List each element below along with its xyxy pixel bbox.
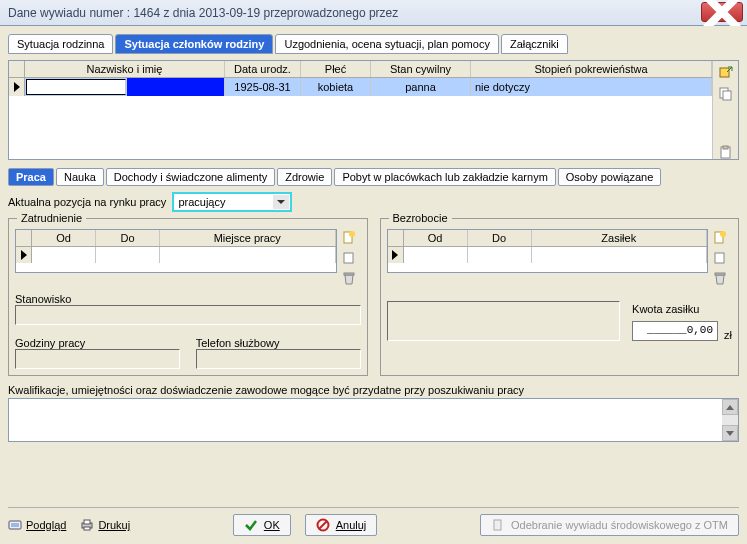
close-button[interactable]	[701, 2, 743, 22]
grid-side-toolbar	[712, 61, 738, 159]
unemployment-fieldset: Bezrobocie Od Do Zasiłek	[380, 218, 740, 376]
scroll-down-icon[interactable]	[722, 425, 738, 441]
svg-point-10	[720, 231, 726, 237]
main-tabs: Sytuacja rodzinna Sytuacja członków rodz…	[8, 34, 739, 54]
cell-kinship: nie dotyczy	[471, 78, 712, 96]
tab-zdrowie[interactable]: Zdrowie	[277, 168, 332, 186]
amount-label: Kwota zasiłku	[632, 303, 732, 315]
preview-icon	[8, 518, 22, 532]
edit-icon[interactable]	[342, 251, 356, 265]
tab-nauka[interactable]: Nauka	[56, 168, 104, 186]
hours-field[interactable]	[15, 349, 180, 369]
emp-side-toolbar	[337, 229, 361, 285]
printer-icon	[80, 518, 94, 532]
grid-row[interactable]: 1925-08-31 kobieta panna nie dotyczy	[9, 78, 712, 96]
qualifications-textarea[interactable]	[8, 398, 739, 442]
col-marital[interactable]: Stan cywilny	[371, 61, 471, 77]
new-icon[interactable]	[342, 231, 356, 245]
svg-point-6	[349, 231, 355, 237]
cancel-label: Anuluj	[336, 519, 367, 531]
position-field[interactable]	[15, 305, 361, 325]
tab-pobyt[interactable]: Pobyt w placówkach lub zakładzie karnym	[334, 168, 555, 186]
svg-rect-7	[344, 253, 353, 263]
col-sex[interactable]: Płeć	[301, 61, 371, 77]
document-icon	[491, 518, 505, 532]
svg-rect-14	[11, 523, 19, 527]
col-name[interactable]: Nazwisko i imię	[25, 61, 225, 77]
unemployment-grid[interactable]: Od Do Zasiłek	[387, 229, 709, 273]
detail-tabs: Praca Nauka Dochody i świadczone aliment…	[8, 168, 739, 186]
tab-uzgodnienia[interactable]: Uzgodnienia, ocena sytuacji, plan pomocy	[275, 34, 498, 54]
amount-field[interactable]: ______0,00	[632, 321, 718, 341]
employment-row: Zatrudnienie Od Do Miejsce pracy	[8, 218, 739, 376]
print-label: Drukuj	[98, 519, 130, 531]
svg-line-19	[319, 521, 327, 529]
phone-field[interactable]	[196, 349, 361, 369]
row-indicator-icon	[388, 247, 404, 263]
scroll-up-icon[interactable]	[722, 399, 738, 415]
unemp-col-do[interactable]: Do	[468, 230, 532, 246]
unemp-side-toolbar	[708, 229, 732, 285]
unemp-col-zasilek[interactable]: Zasiłek	[532, 230, 708, 246]
unemp-col-od[interactable]: Od	[404, 230, 468, 246]
tab-dochody[interactable]: Dochody i świadczone alimenty	[106, 168, 275, 186]
preview-button[interactable]: Podgląd	[8, 518, 66, 532]
family-grid: Nazwisko i imię Data urodz. Płeć Stan cy…	[8, 60, 739, 160]
tab-sytuacja-czlonkow[interactable]: Sytuacja członków rodziny	[115, 34, 273, 54]
labor-label: Aktualna pozycja na rynku pracy	[8, 196, 166, 208]
qualifications-label: Kwalifikacje, umiejętności oraz doświadc…	[8, 384, 739, 396]
check-icon	[244, 518, 258, 532]
emp-col-miejsce[interactable]: Miejsce pracy	[160, 230, 336, 246]
cancel-button[interactable]: Anuluj	[305, 514, 378, 536]
qualifications-block: Kwalifikacje, umiejętności oraz doświadc…	[8, 384, 739, 442]
client-area: Sytuacja rodzinna Sytuacja członków rodz…	[0, 26, 747, 544]
cell-sex: kobieta	[301, 78, 371, 96]
cell-name-highlight	[127, 78, 225, 96]
unemployment-legend: Bezrobocie	[389, 212, 452, 224]
receive-label: Odebranie wywiadu środowiskowego z OTM	[511, 519, 728, 531]
export-icon[interactable]	[719, 65, 733, 79]
row-indicator-icon	[9, 78, 25, 96]
position-label: Stanowisko	[15, 293, 361, 305]
svg-rect-2	[723, 91, 731, 100]
no-entry-icon	[316, 518, 330, 532]
ok-button[interactable]: OK	[233, 514, 291, 536]
svg-rect-4	[723, 146, 728, 149]
tab-sytuacja-rodzinna[interactable]: Sytuacja rodzinna	[8, 34, 113, 54]
print-button[interactable]: Drukuj	[80, 518, 130, 532]
svg-rect-16	[84, 520, 90, 524]
bottom-bar: Podgląd Drukuj OK Anuluj Odebranie wywia…	[8, 507, 739, 536]
copy-icon[interactable]	[719, 87, 733, 101]
trash-icon[interactable]	[342, 271, 356, 285]
emp-col-od[interactable]: Od	[32, 230, 96, 246]
labor-value: pracujący	[178, 196, 225, 208]
new-icon[interactable]	[713, 231, 727, 245]
paste-icon[interactable]	[719, 145, 733, 159]
svg-rect-8	[344, 273, 354, 275]
unemp-note-field[interactable]	[387, 301, 621, 341]
trash-icon[interactable]	[713, 271, 727, 285]
col-birth[interactable]: Data urodz.	[225, 61, 301, 77]
preview-label: Podgląd	[26, 519, 66, 531]
tab-osoby[interactable]: Osoby powiązane	[558, 168, 661, 186]
phone-label: Telefon służbowy	[196, 337, 361, 349]
cell-marital: panna	[371, 78, 471, 96]
tab-zalaczniki[interactable]: Załączniki	[501, 34, 568, 54]
receive-button[interactable]: Odebranie wywiadu środowiskowego z OTM	[480, 514, 739, 536]
scrollbar[interactable]	[722, 399, 738, 441]
labor-dropdown[interactable]: pracujący	[172, 192, 292, 212]
col-kinship[interactable]: Stopień pokrewieństwa	[471, 61, 712, 77]
cell-birth: 1925-08-31	[225, 78, 301, 96]
title-bar: Dane wywiadu numer : 1464 z dnia 2013-09…	[0, 0, 747, 26]
emp-col-do[interactable]: Do	[96, 230, 160, 246]
employment-grid[interactable]: Od Do Miejsce pracy	[15, 229, 337, 273]
svg-rect-11	[715, 253, 724, 263]
employment-legend: Zatrudnienie	[17, 212, 86, 224]
tab-praca[interactable]: Praca	[8, 168, 54, 186]
chevron-down-icon[interactable]	[273, 195, 289, 209]
window-title: Dane wywiadu numer : 1464 z dnia 2013-09…	[8, 6, 398, 20]
svg-rect-12	[715, 273, 725, 275]
cell-name-edit[interactable]	[26, 79, 126, 95]
hours-label: Godziny pracy	[15, 337, 180, 349]
edit-icon[interactable]	[713, 251, 727, 265]
